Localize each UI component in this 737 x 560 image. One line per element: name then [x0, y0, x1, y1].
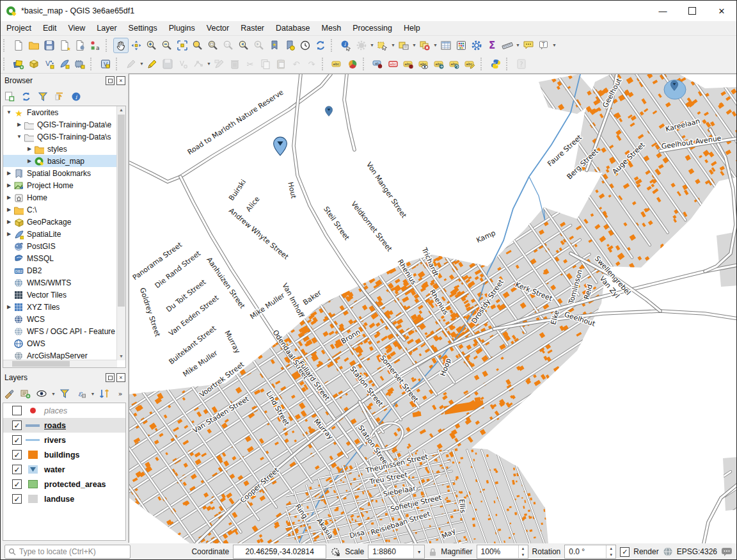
- maximize-button[interactable]: [678, 1, 707, 21]
- new-spatialite-layer-button[interactable]: [57, 56, 72, 72]
- layer-item-protected_areas[interactable]: ✓protected_areas: [3, 477, 125, 492]
- scale-dropdown-icon[interactable]: ▼: [413, 545, 424, 558]
- map-canvas[interactable]: Road to Marloth Nature ReserveBuirskiAli…: [129, 74, 737, 543]
- redo-button[interactable]: ↷: [304, 56, 319, 72]
- menu-processing[interactable]: Processing: [347, 22, 398, 34]
- toggle-editing-button[interactable]: [145, 56, 160, 72]
- toolbar-handle[interactable]: [116, 58, 122, 70]
- undo-button[interactable]: ↶: [289, 56, 304, 72]
- measure-dropdown-icon[interactable]: ▼: [515, 38, 521, 53]
- expander-icon[interactable]: ▶: [25, 158, 34, 164]
- close-button[interactable]: ✕: [707, 1, 736, 21]
- layer-item-landuse[interactable]: ✓landuse: [3, 492, 125, 506]
- browser-item-c-[interactable]: ▶C:\: [3, 204, 117, 216]
- browser-item-home[interactable]: ▶Home: [3, 191, 117, 204]
- expander-icon[interactable]: ▶: [4, 207, 13, 212]
- save-project-button[interactable]: [42, 38, 57, 53]
- locator-search-input[interactable]: Type to locate (Ctrl+K): [4, 545, 131, 559]
- vertex-tool-dropdown-icon[interactable]: ▼: [206, 56, 212, 72]
- move-label-button[interactable]: abc: [401, 56, 416, 72]
- manage-map-themes-button[interactable]: [35, 387, 49, 401]
- select-features-dropdown-icon[interactable]: ▼: [390, 38, 396, 53]
- filter-browser-button[interactable]: [35, 90, 51, 104]
- refresh-browser-button[interactable]: [19, 90, 34, 104]
- select-features-button[interactable]: [375, 38, 390, 53]
- measure-button[interactable]: [500, 38, 515, 53]
- map-tips-button[interactable]: [521, 38, 536, 53]
- toolbar-handle[interactable]: [90, 58, 96, 70]
- expander-icon[interactable]: ▼: [15, 134, 24, 140]
- menu-view[interactable]: View: [62, 22, 91, 34]
- expander-icon[interactable]: ▶: [4, 231, 13, 237]
- layer-item-water[interactable]: ✓water: [3, 462, 125, 477]
- layer-checkbox-rivers[interactable]: ✓: [12, 435, 22, 445]
- layer-item-roads[interactable]: ✓roads: [3, 418, 125, 433]
- delete-selected-button[interactable]: [227, 56, 242, 72]
- run-feature-action-dropdown-icon[interactable]: ▼: [369, 38, 375, 53]
- browser-item-arcgismapserver[interactable]: ArcGisMapServer: [3, 349, 117, 360]
- manage-map-themes-dropdown-icon[interactable]: ▼: [51, 386, 56, 401]
- browser-item-spatial-bookmarks[interactable]: ▶Spatial Bookmarks: [3, 167, 117, 179]
- browser-item-wcs[interactable]: WCS: [3, 313, 117, 325]
- toolbar-handle[interactable]: [3, 58, 9, 70]
- browser-item-wfs-ogc-api-feature[interactable]: WFS / OGC API - Feature: [3, 325, 117, 337]
- zoom-next-button[interactable]: [251, 38, 267, 53]
- browser-item-spatialite[interactable]: ▶SpatiaLite: [3, 228, 117, 240]
- coordinate-input[interactable]: 20.46259,-34.02814: [233, 545, 326, 559]
- current-edits-button[interactable]: [123, 56, 139, 72]
- expander-icon[interactable]: ▶: [4, 219, 13, 225]
- browser-item-styles[interactable]: ▶styles: [3, 143, 117, 155]
- open-project-button[interactable]: [26, 38, 42, 53]
- expand-collapse-all-button[interactable]: [97, 387, 111, 401]
- browser-close-button[interactable]: ×: [116, 76, 125, 85]
- field-calculator-button[interactable]: [454, 38, 469, 53]
- toolbar-handle[interactable]: [3, 39, 9, 52]
- filter-by-expression-dropdown-icon[interactable]: ▼: [90, 386, 95, 401]
- rotate-label-button[interactable]: abc: [447, 56, 463, 72]
- scale-combo[interactable]: 1:8860 ▼: [368, 545, 425, 559]
- menu-vector[interactable]: Vector: [201, 22, 235, 34]
- layer-item-rivers[interactable]: ✓rivers: [3, 433, 125, 447]
- messages-icon[interactable]: [721, 547, 733, 557]
- add-selected-layers-button[interactable]: [2, 90, 17, 104]
- menu-help[interactable]: Help: [398, 22, 426, 34]
- identify-features-button[interactable]: i: [338, 38, 354, 53]
- expander-icon[interactable]: ▶: [4, 182, 13, 188]
- text-annotation-dropdown-icon[interactable]: ▼: [551, 38, 557, 53]
- help-button[interactable]: ?: [514, 56, 529, 72]
- select-by-value-dropdown-icon[interactable]: ▼: [411, 38, 417, 53]
- show-layout-manager-button[interactable]: [72, 38, 88, 53]
- zoom-to-selection-button[interactable]: [190, 38, 205, 53]
- browser-item-qgis-training-data-e[interactable]: ▶QGIS-Training-Data\e: [3, 118, 117, 131]
- browser-item-basic-map[interactable]: ▶basic_map: [3, 155, 117, 167]
- deselect-all-button[interactable]: [417, 38, 432, 53]
- browser-vertical-scrollbar[interactable]: ▲ ▼: [116, 106, 125, 360]
- refresh-button[interactable]: [313, 38, 328, 53]
- browser-item-mssql[interactable]: MSSQL: [3, 252, 117, 264]
- browser-horizontal-scrollbar[interactable]: [3, 360, 117, 367]
- python-console-button[interactable]: [488, 56, 503, 72]
- zoom-native-button[interactable]: 1:1: [221, 38, 236, 53]
- magnifier-spinbox[interactable]: 100% ▲▼: [477, 545, 528, 559]
- zoom-full-button[interactable]: [175, 38, 190, 53]
- text-annotation-button[interactable]: T: [536, 38, 551, 53]
- current-edits-dropdown-icon[interactable]: ▼: [139, 56, 145, 72]
- zoom-out-button[interactable]: [159, 38, 175, 53]
- menu-plugins[interactable]: Plugins: [163, 22, 201, 34]
- show-hide-labels-button[interactable]: abc: [416, 56, 432, 72]
- add-feature-button[interactable]: V: [175, 56, 191, 72]
- layer-diagram-button[interactable]: [345, 56, 360, 72]
- browser-item-geopackage[interactable]: ▶GeoPackage: [3, 216, 117, 228]
- layer-labeling-button[interactable]: abc: [329, 56, 345, 72]
- layer-item-places[interactable]: places: [3, 403, 125, 418]
- open-attribute-table-button[interactable]: [438, 38, 454, 53]
- cut-features-button[interactable]: ✂: [242, 56, 258, 72]
- change-label-properties-button[interactable]: abc: [463, 56, 478, 72]
- zoom-last-button[interactable]: [236, 38, 251, 53]
- epsg-status[interactable]: EPSG:4326: [677, 547, 717, 556]
- layers-close-button[interactable]: ×: [116, 373, 125, 382]
- menu-settings[interactable]: Settings: [123, 22, 163, 34]
- run-feature-action-button[interactable]: [354, 38, 369, 53]
- browser-item-postgis[interactable]: PostGIS: [3, 240, 117, 252]
- expander-icon[interactable]: ▼: [4, 109, 13, 115]
